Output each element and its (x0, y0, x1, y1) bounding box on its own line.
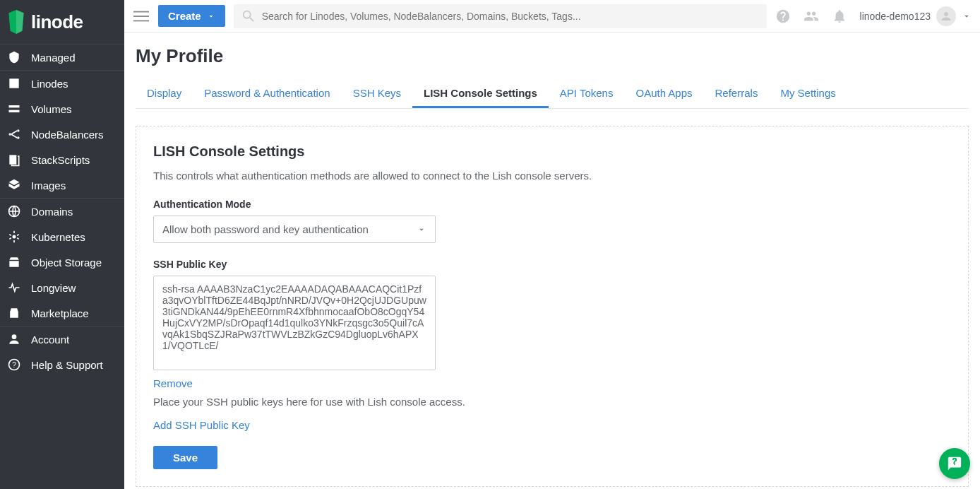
chevron-down-icon (417, 225, 426, 235)
section-heading: LISH Console Settings (153, 143, 951, 160)
chevron-down-icon (207, 12, 215, 20)
page: My Profile DisplayPassword & Authenticat… (124, 33, 980, 489)
notifications-icon[interactable] (832, 8, 847, 24)
main: Create linode-demo123 My Profile Display… (124, 0, 980, 489)
tabs: DisplayPassword & AuthenticationSSH Keys… (136, 80, 969, 109)
sidebar-item-label: Images (31, 179, 66, 192)
svg-point-9 (12, 334, 17, 339)
search-icon (241, 8, 256, 24)
tab-ssh-keys[interactable]: SSH Keys (342, 80, 412, 108)
create-button-label: Create (168, 10, 201, 22)
tab-display[interactable]: Display (136, 80, 193, 108)
longview-icon (7, 281, 21, 295)
ssh-key-textarea[interactable] (153, 276, 436, 370)
sidebar-item-label: Managed (31, 52, 76, 64)
sidebar-item-label: Help & Support (31, 359, 103, 371)
save-button[interactable]: Save (153, 446, 217, 469)
remove-link[interactable]: Remove (153, 377, 193, 389)
svg-point-5 (17, 129, 19, 131)
sidebar-item-object-storage[interactable]: Object Storage (0, 249, 124, 275)
tab-password-authentication[interactable]: Password & Authentication (193, 80, 341, 108)
stackscripts-icon (7, 153, 21, 167)
sidebar-item-volumes[interactable]: Volumes (0, 96, 124, 122)
svg-rect-13 (133, 16, 149, 17)
domains-icon (7, 204, 21, 218)
menu-toggle[interactable] (133, 8, 150, 25)
svg-marker-1 (16, 10, 24, 34)
svg-rect-14 (133, 20, 149, 21)
sidebar-item-longview[interactable]: Longview (0, 275, 124, 300)
add-ssh-key-link[interactable]: Add SSH Public Key (153, 419, 250, 431)
brand-name: linode (31, 11, 83, 33)
tab-my-settings[interactable]: My Settings (769, 80, 847, 108)
chat-help-icon (947, 456, 962, 471)
sidebar-item-linodes[interactable]: Linodes (0, 71, 124, 96)
sidebar-item-stackscripts[interactable]: StackScripts (0, 147, 124, 172)
username: linode-demo123 (860, 11, 931, 22)
topbar: Create linode-demo123 (124, 0, 980, 33)
avatar (936, 6, 956, 26)
auth-mode-select[interactable]: Allow both password and key authenticati… (153, 216, 436, 243)
sidebar-item-nodebalancers[interactable]: NodeBalancers (0, 122, 124, 147)
svg-point-6 (17, 136, 19, 139)
linode-logo-icon (7, 10, 25, 34)
search-input[interactable] (262, 11, 760, 22)
sidebar-item-label: Kubernetes (31, 231, 85, 243)
sidebar-item-managed[interactable]: Managed (0, 45, 124, 70)
help-icon[interactable] (775, 8, 791, 24)
linodes-icon (7, 76, 21, 90)
sidebar-item-domains[interactable]: Domains (0, 199, 124, 224)
sidebar-item-label: Volumes (31, 103, 72, 115)
managed-icon (7, 50, 21, 64)
volumes-icon (7, 102, 21, 116)
auth-mode-label: Authentication Mode (153, 199, 951, 210)
account-icon (7, 332, 21, 346)
hamburger-icon (133, 8, 149, 24)
sidebar-item-images[interactable]: Images (0, 172, 124, 198)
svg-text:?: ? (12, 361, 16, 369)
sidebar-item-label: StackScripts (31, 154, 90, 166)
nodebalancers-icon (7, 127, 21, 141)
sidebar-item-account[interactable]: Account (0, 326, 124, 352)
page-title: My Profile (136, 45, 969, 67)
topbar-icons: linode-demo123 (775, 6, 972, 26)
sidebar-item-help-support[interactable]: ?Help & Support (0, 352, 124, 377)
kubernetes-icon (7, 230, 21, 244)
sidebar-item-label: Longview (31, 282, 76, 294)
section-description: This controls what authentication method… (153, 170, 951, 182)
ssh-key-hint: Place your SSH public keys here for use … (153, 396, 951, 408)
sidebar-item-label: Marketplace (31, 307, 89, 319)
sidebar-item-kubernetes[interactable]: Kubernetes (0, 224, 124, 249)
svg-rect-2 (9, 105, 20, 107)
ssh-key-label: SSH Public Key (153, 259, 951, 270)
sidebar-item-marketplace[interactable]: Marketplace (0, 300, 124, 326)
sidebar: linode ManagedLinodesVolumesNodeBalancer… (0, 0, 124, 489)
avatar-icon (940, 10, 952, 23)
sidebar-item-label: NodeBalancers (31, 129, 104, 141)
images-icon (7, 178, 21, 192)
sidebar-item-label: Linodes (31, 78, 68, 90)
support-fab[interactable] (939, 448, 970, 479)
search[interactable] (234, 4, 767, 28)
tab-api-tokens[interactable]: API Tokens (549, 80, 625, 108)
user-menu[interactable]: linode-demo123 (860, 6, 972, 26)
svg-rect-3 (9, 110, 20, 112)
sidebar-item-label: Domains (31, 206, 73, 218)
svg-point-4 (9, 133, 11, 135)
marketplace-icon (7, 306, 21, 320)
svg-rect-12 (133, 11, 149, 12)
sidebar-item-label: Account (31, 334, 69, 346)
create-button[interactable]: Create (158, 5, 225, 27)
object-storage-icon (7, 255, 21, 269)
tab-oauth-apps[interactable]: OAuth Apps (624, 80, 703, 108)
lish-settings-panel: LISH Console Settings This controls what… (136, 126, 969, 487)
logo[interactable]: linode (0, 0, 124, 44)
community-icon[interactable] (803, 8, 819, 24)
chevron-down-icon (962, 11, 972, 21)
tab-referrals[interactable]: Referrals (704, 80, 770, 108)
svg-point-8 (13, 235, 16, 239)
help-icon: ? (7, 358, 21, 372)
tab-lish-console-settings[interactable]: LISH Console Settings (412, 80, 549, 108)
sidebar-item-label: Object Storage (31, 257, 102, 269)
auth-mode-value: Allow both password and key authenticati… (162, 223, 369, 235)
